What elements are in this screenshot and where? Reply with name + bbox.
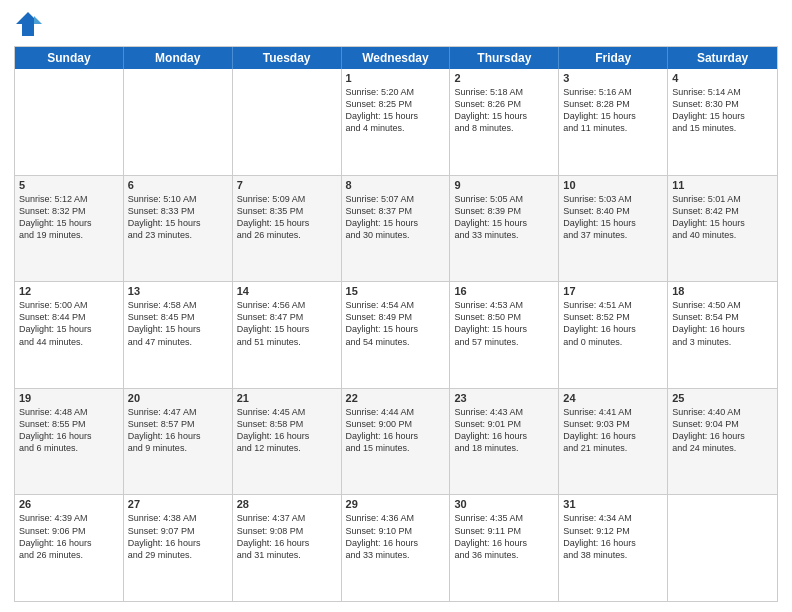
calendar-cell-31: 31Sunrise: 4:34 AM Sunset: 9:12 PM Dayli… [559,495,668,601]
cell-day-number: 9 [454,179,554,191]
header-day-thursday: Thursday [450,47,559,69]
cell-detail: Sunrise: 5:12 AM Sunset: 8:32 PM Dayligh… [19,193,119,242]
calendar-cell-20: 20Sunrise: 4:47 AM Sunset: 8:57 PM Dayli… [124,389,233,495]
calendar-cell-22: 22Sunrise: 4:44 AM Sunset: 9:00 PM Dayli… [342,389,451,495]
calendar-cell-5: 5Sunrise: 5:12 AM Sunset: 8:32 PM Daylig… [15,176,124,282]
cell-detail: Sunrise: 4:44 AM Sunset: 9:00 PM Dayligh… [346,406,446,455]
cell-detail: Sunrise: 5:00 AM Sunset: 8:44 PM Dayligh… [19,299,119,348]
calendar-row-1: 5Sunrise: 5:12 AM Sunset: 8:32 PM Daylig… [15,176,777,283]
calendar-row-3: 19Sunrise: 4:48 AM Sunset: 8:55 PM Dayli… [15,389,777,496]
header [14,10,778,38]
cell-detail: Sunrise: 5:20 AM Sunset: 8:25 PM Dayligh… [346,86,446,135]
calendar: SundayMondayTuesdayWednesdayThursdayFrid… [14,46,778,602]
calendar-cell-4: 4Sunrise: 5:14 AM Sunset: 8:30 PM Daylig… [668,69,777,175]
calendar-cell-11: 11Sunrise: 5:01 AM Sunset: 8:42 PM Dayli… [668,176,777,282]
calendar-cell-19: 19Sunrise: 4:48 AM Sunset: 8:55 PM Dayli… [15,389,124,495]
cell-detail: Sunrise: 4:58 AM Sunset: 8:45 PM Dayligh… [128,299,228,348]
calendar-cell-17: 17Sunrise: 4:51 AM Sunset: 8:52 PM Dayli… [559,282,668,388]
calendar-cell-6: 6Sunrise: 5:10 AM Sunset: 8:33 PM Daylig… [124,176,233,282]
cell-day-number: 19 [19,392,119,404]
cell-day-number: 23 [454,392,554,404]
cell-day-number: 8 [346,179,446,191]
cell-day-number: 10 [563,179,663,191]
cell-day-number: 20 [128,392,228,404]
calendar-cell-empty-4-6 [668,495,777,601]
cell-day-number: 7 [237,179,337,191]
header-day-saturday: Saturday [668,47,777,69]
calendar-cell-21: 21Sunrise: 4:45 AM Sunset: 8:58 PM Dayli… [233,389,342,495]
cell-detail: Sunrise: 5:09 AM Sunset: 8:35 PM Dayligh… [237,193,337,242]
cell-detail: Sunrise: 4:37 AM Sunset: 9:08 PM Dayligh… [237,512,337,561]
cell-detail: Sunrise: 4:51 AM Sunset: 8:52 PM Dayligh… [563,299,663,348]
cell-detail: Sunrise: 4:53 AM Sunset: 8:50 PM Dayligh… [454,299,554,348]
calendar-cell-29: 29Sunrise: 4:36 AM Sunset: 9:10 PM Dayli… [342,495,451,601]
calendar-cell-16: 16Sunrise: 4:53 AM Sunset: 8:50 PM Dayli… [450,282,559,388]
page: SundayMondayTuesdayWednesdayThursdayFrid… [0,0,792,612]
cell-day-number: 17 [563,285,663,297]
calendar-cell-3: 3Sunrise: 5:16 AM Sunset: 8:28 PM Daylig… [559,69,668,175]
cell-day-number: 1 [346,72,446,84]
calendar-cell-empty-0-2 [233,69,342,175]
header-day-friday: Friday [559,47,668,69]
header-day-wednesday: Wednesday [342,47,451,69]
header-day-sunday: Sunday [15,47,124,69]
cell-detail: Sunrise: 4:45 AM Sunset: 8:58 PM Dayligh… [237,406,337,455]
cell-detail: Sunrise: 5:10 AM Sunset: 8:33 PM Dayligh… [128,193,228,242]
cell-detail: Sunrise: 4:50 AM Sunset: 8:54 PM Dayligh… [672,299,773,348]
cell-day-number: 27 [128,498,228,510]
cell-day-number: 4 [672,72,773,84]
cell-day-number: 5 [19,179,119,191]
cell-detail: Sunrise: 4:54 AM Sunset: 8:49 PM Dayligh… [346,299,446,348]
logo [14,10,46,38]
svg-marker-1 [34,16,42,24]
cell-detail: Sunrise: 5:03 AM Sunset: 8:40 PM Dayligh… [563,193,663,242]
calendar-cell-15: 15Sunrise: 4:54 AM Sunset: 8:49 PM Dayli… [342,282,451,388]
calendar-cell-empty-0-1 [124,69,233,175]
header-day-monday: Monday [124,47,233,69]
calendar-cell-25: 25Sunrise: 4:40 AM Sunset: 9:04 PM Dayli… [668,389,777,495]
cell-day-number: 22 [346,392,446,404]
cell-detail: Sunrise: 5:07 AM Sunset: 8:37 PM Dayligh… [346,193,446,242]
cell-day-number: 3 [563,72,663,84]
calendar-cell-27: 27Sunrise: 4:38 AM Sunset: 9:07 PM Dayli… [124,495,233,601]
logo-icon [14,10,42,38]
cell-detail: Sunrise: 5:16 AM Sunset: 8:28 PM Dayligh… [563,86,663,135]
calendar-row-2: 12Sunrise: 5:00 AM Sunset: 8:44 PM Dayli… [15,282,777,389]
cell-detail: Sunrise: 4:35 AM Sunset: 9:11 PM Dayligh… [454,512,554,561]
calendar-cell-26: 26Sunrise: 4:39 AM Sunset: 9:06 PM Dayli… [15,495,124,601]
calendar-header: SundayMondayTuesdayWednesdayThursdayFrid… [15,47,777,69]
calendar-cell-2: 2Sunrise: 5:18 AM Sunset: 8:26 PM Daylig… [450,69,559,175]
cell-detail: Sunrise: 4:56 AM Sunset: 8:47 PM Dayligh… [237,299,337,348]
calendar-cell-10: 10Sunrise: 5:03 AM Sunset: 8:40 PM Dayli… [559,176,668,282]
cell-detail: Sunrise: 4:39 AM Sunset: 9:06 PM Dayligh… [19,512,119,561]
cell-day-number: 31 [563,498,663,510]
cell-day-number: 14 [237,285,337,297]
cell-day-number: 29 [346,498,446,510]
cell-detail: Sunrise: 4:47 AM Sunset: 8:57 PM Dayligh… [128,406,228,455]
cell-day-number: 15 [346,285,446,297]
calendar-cell-8: 8Sunrise: 5:07 AM Sunset: 8:37 PM Daylig… [342,176,451,282]
calendar-cell-14: 14Sunrise: 4:56 AM Sunset: 8:47 PM Dayli… [233,282,342,388]
cell-day-number: 25 [672,392,773,404]
header-day-tuesday: Tuesday [233,47,342,69]
cell-day-number: 28 [237,498,337,510]
cell-day-number: 18 [672,285,773,297]
cell-detail: Sunrise: 4:48 AM Sunset: 8:55 PM Dayligh… [19,406,119,455]
cell-detail: Sunrise: 5:18 AM Sunset: 8:26 PM Dayligh… [454,86,554,135]
cell-detail: Sunrise: 4:41 AM Sunset: 9:03 PM Dayligh… [563,406,663,455]
cell-detail: Sunrise: 4:43 AM Sunset: 9:01 PM Dayligh… [454,406,554,455]
calendar-cell-28: 28Sunrise: 4:37 AM Sunset: 9:08 PM Dayli… [233,495,342,601]
calendar-cell-18: 18Sunrise: 4:50 AM Sunset: 8:54 PM Dayli… [668,282,777,388]
cell-detail: Sunrise: 5:05 AM Sunset: 8:39 PM Dayligh… [454,193,554,242]
calendar-row-0: 1Sunrise: 5:20 AM Sunset: 8:25 PM Daylig… [15,69,777,176]
calendar-cell-23: 23Sunrise: 4:43 AM Sunset: 9:01 PM Dayli… [450,389,559,495]
cell-detail: Sunrise: 4:36 AM Sunset: 9:10 PM Dayligh… [346,512,446,561]
cell-day-number: 26 [19,498,119,510]
calendar-cell-empty-0-0 [15,69,124,175]
calendar-cell-13: 13Sunrise: 4:58 AM Sunset: 8:45 PM Dayli… [124,282,233,388]
calendar-cell-12: 12Sunrise: 5:00 AM Sunset: 8:44 PM Dayli… [15,282,124,388]
cell-day-number: 16 [454,285,554,297]
cell-day-number: 13 [128,285,228,297]
cell-day-number: 21 [237,392,337,404]
cell-detail: Sunrise: 4:34 AM Sunset: 9:12 PM Dayligh… [563,512,663,561]
